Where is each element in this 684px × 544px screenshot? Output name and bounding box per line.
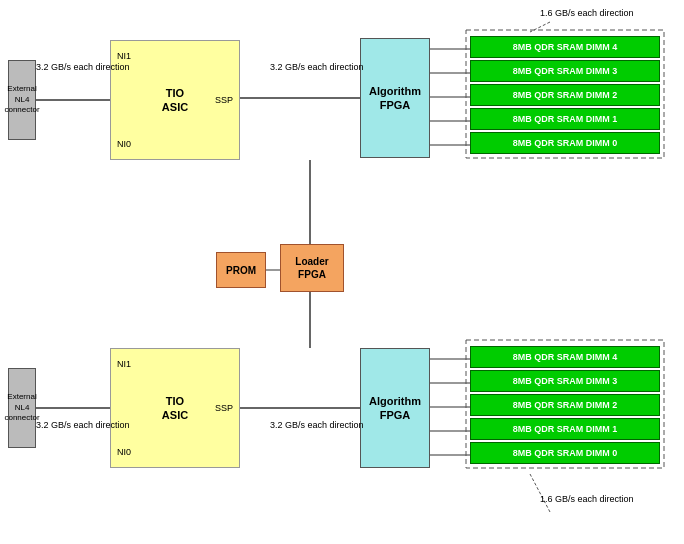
- top-bandwidth-label: 1.6 GB/s each direction: [540, 8, 634, 20]
- bottom-external-connector-label: ExternalNL4connector: [4, 392, 39, 423]
- bottom-tio-asic-label: TIOASIC: [162, 394, 188, 423]
- bottom-ni0-label: NI0: [117, 447, 131, 457]
- bottom-left-bandwidth-label: 3.2 GB/s each direction: [36, 420, 130, 432]
- top-external-connector: External NL4 connector: [8, 60, 36, 140]
- prom-block: PROM: [216, 252, 266, 288]
- top-middle-bandwidth-label: 3.2 GB/s each direction: [270, 62, 364, 74]
- top-sram-dimm-4: 8MB QDR SRAM DIMM 4: [470, 36, 660, 58]
- top-external-connector-label: External NL4 connector: [4, 84, 39, 115]
- bottom-sram-dimm-2: 8MB QDR SRAM DIMM 2: [470, 394, 660, 416]
- svg-line-38: [530, 22, 550, 32]
- bottom-sram-dimm-0: 8MB QDR SRAM DIMM 0: [470, 442, 660, 464]
- prom-label: PROM: [226, 264, 256, 277]
- top-left-bandwidth-label: 3.2 GB/s each direction: [36, 62, 130, 74]
- top-ssp-label: SSP: [215, 95, 233, 105]
- architecture-diagram: External NL4 connector NI1 NI0 SSP TIOAS…: [0, 0, 684, 544]
- top-ni0-label: NI0: [117, 139, 131, 149]
- top-sram-dimm-2: 8MB QDR SRAM DIMM 2: [470, 84, 660, 106]
- top-algorithm-fpga-label: AlgorithmFPGA: [369, 84, 421, 113]
- top-sram-dimm-1: 8MB QDR SRAM DIMM 1: [470, 108, 660, 130]
- top-tio-asic: NI1 NI0 SSP TIOASIC: [110, 40, 240, 160]
- bottom-sram-dimm-1: 8MB QDR SRAM DIMM 1: [470, 418, 660, 440]
- bottom-external-connector: ExternalNL4connector: [8, 368, 36, 448]
- bottom-sram-dimm-4: 8MB QDR SRAM DIMM 4: [470, 346, 660, 368]
- svg-line-39: [530, 474, 550, 512]
- bottom-algorithm-fpga-label: AlgorithmFPGA: [369, 394, 421, 423]
- bottom-bandwidth-label: 1.6 GB/s each direction: [540, 494, 634, 506]
- top-algorithm-fpga: AlgorithmFPGA: [360, 38, 430, 158]
- top-sram-dimm-3: 8MB QDR SRAM DIMM 3: [470, 60, 660, 82]
- loader-fpga-block: LoaderFPGA: [280, 244, 344, 292]
- bottom-algorithm-fpga: AlgorithmFPGA: [360, 348, 430, 468]
- top-tio-asic-label: TIOASIC: [162, 86, 188, 115]
- bottom-middle-bandwidth-label: 3.2 GB/s each direction: [270, 420, 364, 432]
- bottom-tio-asic: NI1 NI0 SSP TIOASIC: [110, 348, 240, 468]
- bottom-ssp-label: SSP: [215, 403, 233, 413]
- top-ni1-label: NI1: [117, 51, 131, 61]
- bottom-sram-dimm-3: 8MB QDR SRAM DIMM 3: [470, 370, 660, 392]
- top-sram-dimm-0: 8MB QDR SRAM DIMM 0: [470, 132, 660, 154]
- loader-fpga-label: LoaderFPGA: [295, 255, 328, 281]
- bottom-ni1-label: NI1: [117, 359, 131, 369]
